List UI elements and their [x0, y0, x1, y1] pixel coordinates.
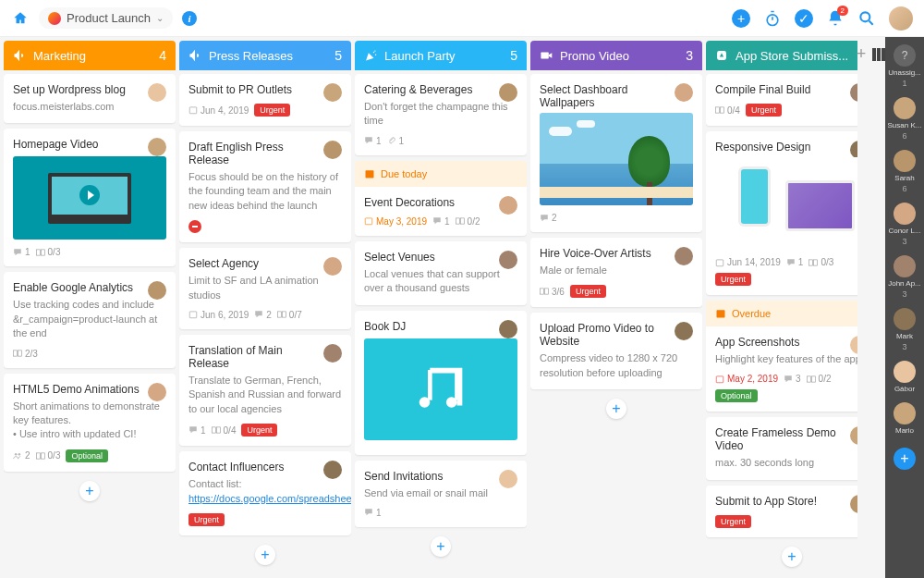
user-avatar[interactable] — [889, 6, 913, 31]
card-description: Contact list:https://docs.google.com/spr… — [188, 477, 342, 506]
info-icon[interactable]: i — [182, 11, 197, 26]
add-button[interactable]: + — [732, 9, 750, 28]
assignee-avatar — [850, 336, 857, 354]
column-title: Marketing — [33, 49, 86, 63]
card-description: Limit to SF and LA animation studios — [188, 274, 342, 302]
svg-rect-4 — [14, 350, 18, 356]
column-header[interactable]: Promo Video3 — [530, 41, 702, 70]
check-button[interactable]: ✓ — [795, 9, 813, 28]
task-card[interactable]: Create Frameless Demo Videomax. 30 secon… — [706, 417, 857, 479]
sidebar-member[interactable]: Mark3 — [885, 308, 924, 351]
svg-rect-30 — [721, 107, 724, 113]
add-card-button[interactable]: + — [606, 399, 626, 419]
svg-rect-39 — [877, 48, 881, 61]
task-card[interactable]: Select AgencyLimit to SF and LA animatio… — [179, 248, 351, 329]
task-card[interactable]: Book DJ — [355, 311, 527, 455]
task-card[interactable]: Submit to PR OutletsJun 4, 2019Urgent — [179, 74, 351, 126]
notifications-icon[interactable]: 2 — [826, 9, 845, 28]
sidebar-member[interactable]: ?Unassig...1 — [885, 44, 924, 88]
assignee-avatar — [850, 495, 857, 513]
project-selector[interactable]: Product Launch ⌄ — [39, 7, 173, 29]
card-description: Male or female — [540, 264, 693, 277]
task-card[interactable]: Select VenuesLocal venues that can suppo… — [355, 241, 527, 305]
card-description: Focus should be on the history of the fo… — [188, 170, 342, 213]
add-card-button[interactable]: + — [255, 545, 275, 565]
comments-count: 1 — [364, 508, 382, 518]
board-view-icon[interactable] — [871, 47, 886, 62]
add-member-button[interactable]: + — [894, 448, 916, 470]
member-avatar — [894, 203, 916, 225]
kanban-board: Marketing4Set up Wordpress blogfocus.mei… — [0, 37, 857, 578]
column-count: 4 — [159, 48, 166, 63]
sidebar-member[interactable]: Gábor — [885, 361, 924, 393]
tag-urgent: Urgent — [254, 104, 290, 117]
task-card[interactable]: Event DecorationsMay 3, 201910/2 — [355, 187, 527, 236]
task-card[interactable]: Contact InfluencersContact list:https://… — [179, 451, 351, 535]
card-title: Homepage Video — [13, 138, 166, 151]
task-card[interactable]: App ScreenshotsHighlight key features of… — [706, 326, 857, 412]
task-card[interactable]: Upload Promo Video to WebsiteCompress vi… — [530, 313, 702, 389]
external-link[interactable]: https://docs.google.com/spreadsheets/d/1… — [188, 493, 351, 504]
tag-urgent: Urgent — [188, 513, 225, 526]
card-title: Select Agency — [188, 257, 342, 270]
task-card[interactable]: Responsive DesignJun 14, 201910/3Urgent — [706, 131, 857, 295]
member-task-count: 3 — [902, 289, 906, 299]
svg-rect-26 — [541, 289, 544, 294]
task-card[interactable]: Compile Final Build0/4Urgent — [706, 74, 857, 126]
card-image — [13, 156, 166, 240]
task-card[interactable]: Hire Voice-Over ArtistsMale or female3/6… — [530, 238, 702, 307]
sidebar-member[interactable]: Mario — [885, 402, 924, 435]
sidebar-member[interactable]: Sarah6 — [885, 150, 924, 193]
column-count: 5 — [334, 48, 342, 63]
sidebar-member[interactable]: Susan K...6 — [885, 97, 924, 141]
project-name: Product Launch — [67, 11, 151, 25]
card-title: Send Invitations — [364, 470, 517, 483]
member-task-count: 3 — [902, 237, 906, 246]
task-card[interactable]: Submit to App Store!Urgent — [706, 486, 857, 537]
members-sidebar: ?Unassig...1Susan K...6Sarah6Conor L...3… — [885, 37, 924, 578]
add-card-button[interactable]: + — [431, 536, 451, 557]
sidebar-member[interactable]: John Ap...3 — [885, 255, 924, 299]
card-title: App Screenshots — [715, 336, 857, 349]
card-description: focus.meisterlabs.com — [13, 100, 166, 114]
svg-point-0 — [767, 14, 778, 25]
column-title: App Store Submiss... — [736, 49, 848, 63]
task-card[interactable]: Send InvitationsSend via email or snail … — [355, 461, 527, 527]
home-icon[interactable] — [11, 9, 30, 28]
notification-badge: 2 — [837, 6, 848, 16]
column-header[interactable]: Press Releases5 — [179, 41, 351, 70]
column-header[interactable]: App Store Submiss...5 — [706, 41, 857, 70]
sidebar-member[interactable]: Conor L...3 — [885, 203, 924, 246]
column-header[interactable]: Marketing4 — [4, 41, 176, 70]
chevron-down-icon: ⌄ — [156, 13, 164, 23]
add-card-button[interactable]: + — [782, 547, 802, 567]
task-card[interactable]: Set up Wordpress blogfocus.meisterlabs.c… — [4, 74, 176, 123]
checklist-progress: 0/4 — [212, 425, 237, 436]
board-column: App Store Submiss...5Compile Final Build… — [706, 41, 857, 574]
card-description: Send via email or snail mail — [364, 486, 517, 500]
task-card[interactable]: Catering & BeveragesDon't forget the cha… — [355, 74, 527, 155]
card-meta: Urgent — [715, 515, 857, 528]
board-column: Press Releases5Submit to PR OutletsJun 4… — [179, 41, 351, 574]
add-card-button[interactable]: + — [79, 481, 100, 501]
assignee-avatar — [323, 344, 342, 363]
timer-icon[interactable] — [763, 9, 782, 28]
member-avatar — [894, 150, 916, 172]
card-meta: Jun 6, 201920/7 — [188, 310, 342, 320]
task-card[interactable]: Draft English Press ReleaseFocus should … — [179, 131, 351, 242]
task-card[interactable]: Enable Google AnalyticsUse tracking code… — [4, 272, 176, 367]
task-card[interactable]: Translation of Main ReleaseTranslate to … — [179, 335, 351, 446]
member-task-count: 1 — [902, 79, 906, 88]
column-header[interactable]: Launch Party5 — [355, 41, 527, 70]
svg-rect-25 — [541, 53, 548, 59]
unassigned-icon: ? — [894, 44, 916, 67]
task-card[interactable]: Select Dashboard Wallpapers2 — [530, 74, 702, 232]
task-card[interactable]: Homepage Video10/3 — [4, 129, 176, 266]
member-name: Susan K... — [886, 121, 923, 129]
search-icon[interactable] — [857, 9, 876, 28]
task-card[interactable]: HTML5 Demo AnimationsShort animations to… — [4, 374, 176, 472]
svg-rect-3 — [41, 250, 44, 255]
add-column-button[interactable]: + — [857, 44, 867, 64]
blocked-icon — [188, 220, 201, 233]
comments-count: 1 — [188, 425, 206, 436]
